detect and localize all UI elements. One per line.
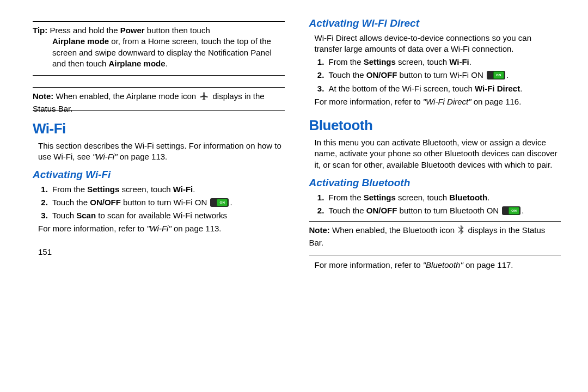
manual-page: Tip: Press and hold the Power button the… [0,0,588,278]
step: Touch the ON/OFF button to turn Wi-Fi ON… [50,197,285,208]
divider [33,87,285,88]
divider [33,75,285,76]
text: on page 116. [471,97,522,106]
note-label: Note: [33,91,53,101]
text: screen, touch [396,57,449,66]
text: Touch the [52,198,90,207]
cross-ref: "Bluetooth" [423,260,463,270]
text: . [469,57,471,66]
text: . [506,70,509,79]
cross-ref: "Wi-Fi" [146,224,171,233]
wifi-direct-steps: From the Settings screen, touch Wi-Fi. T… [309,57,561,94]
text: For more information, refer to [315,260,423,270]
text: button then touch [145,26,210,35]
text: When enabled, the Bluetooth icon [330,225,457,235]
note-label: Note: [309,225,330,235]
step: Touch the ON/OFF button to turn Bluetoot… [327,205,561,216]
text-bold: ON/OFF [90,198,121,207]
text-bold: Power [120,26,145,35]
text: button to turn Bluetooth ON [397,206,501,215]
step: From the Settings screen, touch Bluetoot… [327,192,561,203]
wifi-heading: Wi-Fi [33,119,285,138]
text-bold: Bluetooth [449,193,487,202]
more-info: For more information, refer to "Bluetoot… [315,260,561,271]
step: Touch the ON/OFF button to turn Wi-Fi ON… [327,70,561,81]
cross-ref: "Wi-Fi Direct" [423,97,471,106]
text: button to turn Wi-Fi ON [121,198,210,207]
tip-box: Tip: Press and hold the Power button the… [33,24,285,70]
text: At the bottom of the Wi-Fi screen, touch [329,84,475,93]
airplane-icon [199,91,209,103]
text-bold: Settings [87,185,119,194]
bluetooth-paragraph: In this menu you can activate Bluetooth,… [315,137,561,170]
step: From the Settings screen, touch Wi-Fi. [50,184,285,195]
text: When enabled, the Airplane mode icon [53,91,198,101]
text: . [522,206,524,215]
note-box: Note: When enabled, the Airplane mode ic… [33,90,285,116]
activating-bluetooth-heading: Activating Bluetooth [309,176,561,190]
bluetooth-icon [458,225,464,237]
on-toggle-icon [502,206,520,215]
on-toggle-icon [210,198,229,207]
text-bold: Airplane mode [108,59,165,68]
text-bold: Settings [364,193,396,202]
text-bold: Settings [364,57,396,66]
text: on page 113. [171,224,222,233]
text-bold: Airplane mode [52,36,109,46]
text-bold: Wi-Fi [173,185,193,194]
text-bold: Scan [76,211,96,220]
more-info: For more information, refer to "Wi-Fi Di… [315,96,561,107]
text: . [487,193,489,202]
text: . [166,59,168,68]
text-bold: ON/OFF [366,70,397,79]
text-bold: Wi-Fi Direct [475,84,520,93]
text-bold: Wi-Fi [449,57,469,66]
text-bold: ON/OFF [366,206,397,215]
left-column: Tip: Press and hold the Power button the… [33,16,285,273]
activating-wifi-heading: Activating Wi-Fi [33,168,285,182]
page-number: 151 [38,247,285,258]
text: . [520,84,522,93]
divider [309,221,561,222]
text: . [193,185,195,194]
wifi-direct-heading: Activating Wi-Fi Direct [309,16,561,30]
text: For more information, refer to [315,97,423,106]
text: From the [329,57,364,66]
step: Touch Scan to scan for available Wi-Fi n… [50,210,285,221]
on-toggle-icon [487,71,505,79]
wifi-paragraph: This section describes the Wi-Fi setting… [38,140,285,163]
tip-label: Tip: [33,26,47,35]
right-column: Activating Wi-Fi Direct Wi-Fi Direct all… [309,16,561,273]
text: button to turn Wi-Fi ON [397,70,486,79]
text: From the [52,185,87,194]
step: From the Settings screen, touch Wi-Fi. [327,57,561,68]
divider [309,255,561,255]
tip-continuation: Airplane mode or, from a Home screen, to… [33,36,285,69]
step: At the bottom of the Wi-Fi screen, touch… [327,83,561,94]
wifi-steps: From the Settings screen, touch Wi-Fi. T… [33,184,285,222]
cross-ref: "Wi-Fi" [93,152,118,161]
text: . [230,198,232,207]
bluetooth-heading: Bluetooth [309,116,561,135]
divider [33,21,285,22]
text: screen, touch [396,193,449,202]
text: Touch [52,211,76,220]
text: screen, touch [119,185,173,194]
text: on page 117. [463,260,513,270]
bluetooth-steps: From the Settings screen, touch Bluetoot… [309,192,561,217]
text: Press and hold the [47,26,120,35]
more-info: For more information, refer to "Wi-Fi" o… [38,223,285,234]
wifi-direct-paragraph: Wi-Fi Direct allows device-to-device con… [315,33,561,55]
text: on page 113. [118,152,168,161]
text: For more information, refer to [38,224,146,233]
note-box: Note: When enabled, the Bluetooth icon d… [309,224,561,250]
text: From the [329,193,364,202]
text: Touch the [329,206,366,215]
text: Touch the [329,70,366,79]
text: to scan for available Wi-Fi networks [96,211,227,220]
